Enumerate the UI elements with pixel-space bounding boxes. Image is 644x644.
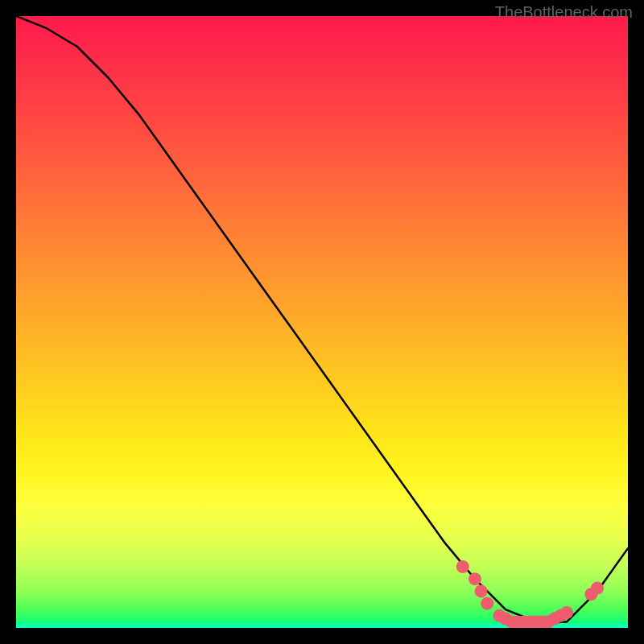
data-point [591, 582, 604, 595]
data-point [475, 584, 488, 597]
watermark-text: TheBottleneck.com [495, 3, 633, 22]
data-point [481, 597, 493, 610]
curve-line [16, 16, 628, 621]
chart-svg [16, 16, 628, 628]
data-point [469, 572, 481, 585]
data-point [560, 606, 573, 619]
chart-area [16, 16, 628, 628]
data-point [456, 560, 469, 573]
